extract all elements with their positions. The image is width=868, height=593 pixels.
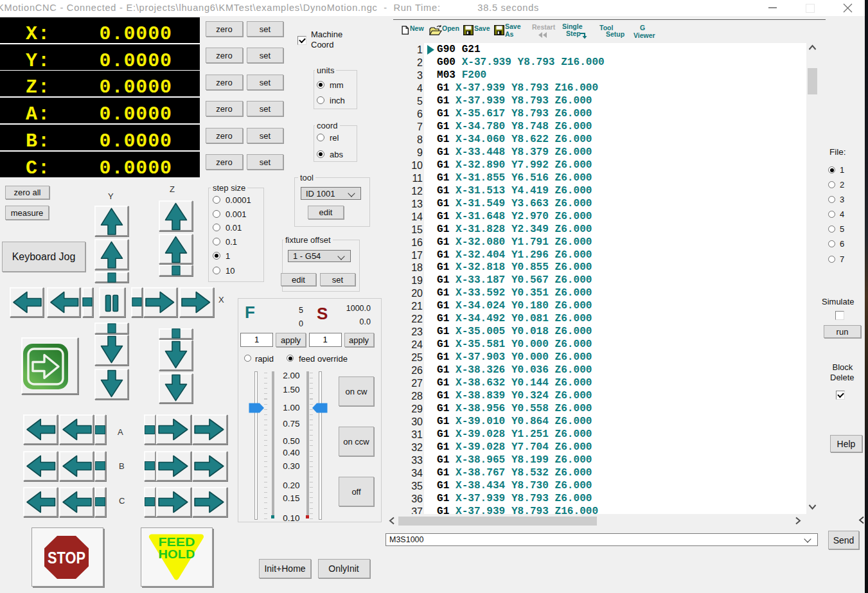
svg-text:STOP: STOP	[48, 549, 85, 567]
svg-text:HOLD: HOLD	[159, 548, 195, 561]
svg-text:FEED: FEED	[159, 536, 195, 549]
